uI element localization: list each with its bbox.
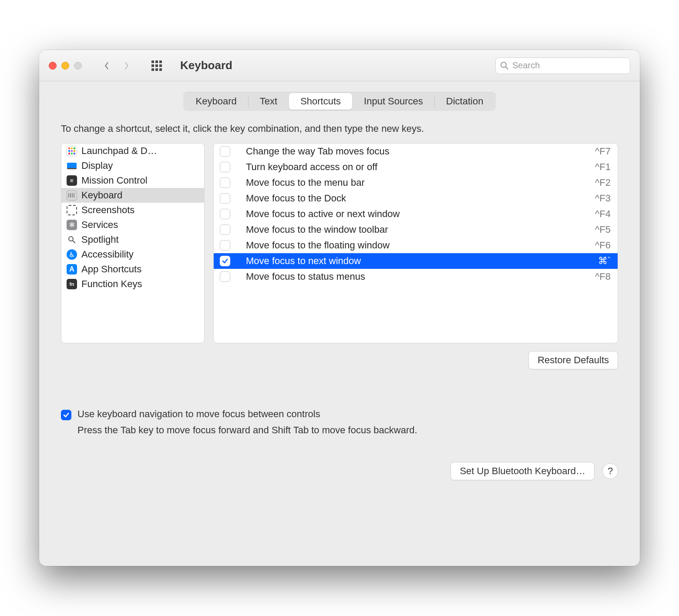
category-spotlight[interactable]: Spotlight xyxy=(61,232,204,247)
svg-point-0 xyxy=(501,62,506,67)
shortcut-row[interactable]: Move focus to the floating window^F6 xyxy=(214,238,618,253)
titlebar: Keyboard xyxy=(39,50,640,81)
restore-row: Restore Defaults xyxy=(61,351,618,369)
shortcut-label: Change the way Tab moves focus xyxy=(239,146,586,157)
shortcut-key[interactable]: ^F1 xyxy=(595,161,611,173)
category-label: Mission Control xyxy=(81,175,148,186)
keyboard-nav-checkbox[interactable] xyxy=(61,410,71,420)
shortcut-checkbox[interactable] xyxy=(220,209,230,219)
fn-icon: fn xyxy=(67,279,77,289)
bluetooth-keyboard-button[interactable]: Set Up Bluetooth Keyboard… xyxy=(450,462,595,480)
shortcut-list[interactable]: Change the way Tab moves focus^F7Turn ke… xyxy=(213,143,618,343)
shortcut-row[interactable]: Move focus to active or next window^F4 xyxy=(214,206,618,222)
restore-defaults-button[interactable]: Restore Defaults xyxy=(528,351,618,369)
shortcut-row[interactable]: Move focus to the menu bar^F2 xyxy=(214,175,618,191)
shortcut-checkbox[interactable] xyxy=(220,162,230,172)
category-mission[interactable]: ⊞Mission Control xyxy=(61,173,204,188)
category-label: Function Keys xyxy=(81,278,142,290)
shortcut-row[interactable]: Move focus to next window⌘` xyxy=(214,253,618,269)
content-area: KeyboardTextShortcutsInput SourcesDictat… xyxy=(39,81,640,566)
shortcut-checkbox[interactable] xyxy=(220,177,230,188)
category-keyboard[interactable]: Keyboard xyxy=(61,188,204,203)
category-list[interactable]: Launchpad & D…Display⊞Mission ControlKey… xyxy=(61,143,205,343)
category-label: Accessibility xyxy=(81,249,134,260)
page-title: Keyboard xyxy=(180,59,232,72)
preferences-window: Keyboard KeyboardTextShortcutsInput Sour… xyxy=(39,50,640,566)
shortcut-key[interactable]: ⌘` xyxy=(598,255,611,267)
shortcut-row[interactable]: Change the way Tab moves focus^F7 xyxy=(214,144,618,159)
footer-row: Set Up Bluetooth Keyboard… ? xyxy=(61,462,618,480)
shortcut-row[interactable]: Move focus to the window toolbar^F5 xyxy=(214,222,618,238)
shortcut-key[interactable]: ^F7 xyxy=(595,146,611,157)
shortcut-label: Turn keyboard access on or off xyxy=(239,161,586,173)
shortcut-label: Move focus to the window toolbar xyxy=(239,224,586,235)
shortcut-key[interactable]: ^F8 xyxy=(595,271,611,282)
checkmark-icon xyxy=(222,258,229,264)
search-icon xyxy=(500,61,509,70)
display-icon xyxy=(67,161,77,171)
zoom-window-button[interactable] xyxy=(74,62,82,70)
shortcut-key[interactable]: ^F2 xyxy=(595,177,611,188)
shortcut-checkbox[interactable] xyxy=(220,256,230,266)
keyboard-nav-sublabel: Press the Tab key to move focus forward … xyxy=(77,425,618,436)
shortcut-label: Move focus to active or next window xyxy=(239,208,586,220)
tab-shortcuts[interactable]: Shortcuts xyxy=(289,93,352,110)
shortcut-row[interactable]: Move focus to the Dock^F3 xyxy=(214,191,618,206)
shortcut-label: Move focus to next window xyxy=(239,255,589,267)
category-screenshot[interactable]: Screenshots xyxy=(61,203,204,218)
category-launchpad[interactable]: Launchpad & D… xyxy=(61,144,204,158)
shortcut-checkbox[interactable] xyxy=(220,193,230,204)
mission-icon: ⊞ xyxy=(67,175,77,186)
tab-input-sources[interactable]: Input Sources xyxy=(353,93,434,110)
minimize-window-button[interactable] xyxy=(61,62,69,70)
tab-dictation[interactable]: Dictation xyxy=(435,93,495,110)
shortcuts-panel: To change a shortcut, select it, click t… xyxy=(61,123,618,556)
shortcut-key[interactable]: ^F4 xyxy=(595,208,611,220)
help-button[interactable]: ? xyxy=(602,463,618,479)
category-display[interactable]: Display xyxy=(61,158,204,173)
nav-buttons xyxy=(103,62,131,70)
forward-icon[interactable] xyxy=(123,62,131,70)
close-window-button[interactable] xyxy=(49,62,57,70)
shortcut-checkbox[interactable] xyxy=(220,240,230,251)
shortcut-checkbox[interactable] xyxy=(220,224,230,235)
category-services[interactable]: ✻Services xyxy=(61,218,204,232)
apps-icon: A xyxy=(67,264,77,275)
tab-keyboard[interactable]: Keyboard xyxy=(185,93,248,110)
shortcut-label: Move focus to the Dock xyxy=(239,193,586,204)
category-fn[interactable]: fnFunction Keys xyxy=(61,277,204,291)
search-field[interactable] xyxy=(495,57,630,74)
shortcut-label: Move focus to the menu bar xyxy=(239,177,586,188)
screenshot-icon xyxy=(67,205,77,215)
shortcut-label: Move focus to the floating window xyxy=(239,240,586,251)
svg-line-1 xyxy=(506,67,508,69)
shortcut-key[interactable]: ^F5 xyxy=(595,224,611,235)
shortcut-key[interactable]: ^F3 xyxy=(595,193,611,204)
tab-text[interactable]: Text xyxy=(249,93,289,110)
category-accessibility[interactable]: ♿︎Accessibility xyxy=(61,247,204,262)
category-apps[interactable]: AApp Shortcuts xyxy=(61,262,204,277)
category-label: Screenshots xyxy=(81,204,134,216)
shortcut-checkbox[interactable] xyxy=(220,146,230,157)
category-label: Launchpad & D… xyxy=(81,145,157,157)
category-label: App Shortcuts xyxy=(81,264,141,275)
spotlight-icon xyxy=(67,234,77,245)
keyboard-nav-label: Use keyboard navigation to move focus be… xyxy=(77,408,320,420)
shortcut-label: Move focus to status menus xyxy=(239,271,586,282)
category-label: Display xyxy=(81,160,113,171)
shortcut-key[interactable]: ^F6 xyxy=(595,240,611,251)
show-all-icon[interactable] xyxy=(151,60,162,71)
shortcut-checkbox[interactable] xyxy=(220,271,230,282)
shortcut-row[interactable]: Turn keyboard access on or off^F1 xyxy=(214,159,618,175)
window-controls xyxy=(49,62,82,70)
search-input[interactable] xyxy=(512,60,625,70)
keyboard-icon xyxy=(67,190,77,201)
keyboard-nav-option: Use keyboard navigation to move focus be… xyxy=(61,408,618,420)
category-label: Keyboard xyxy=(81,190,122,201)
services-icon: ✻ xyxy=(67,220,77,230)
shortcut-row[interactable]: Move focus to status menus^F8 xyxy=(214,269,618,285)
split-view: Launchpad & D…Display⊞Mission ControlKey… xyxy=(61,143,618,343)
back-icon[interactable] xyxy=(103,62,111,70)
category-label: Services xyxy=(81,219,118,231)
accessibility-icon: ♿︎ xyxy=(67,249,77,260)
